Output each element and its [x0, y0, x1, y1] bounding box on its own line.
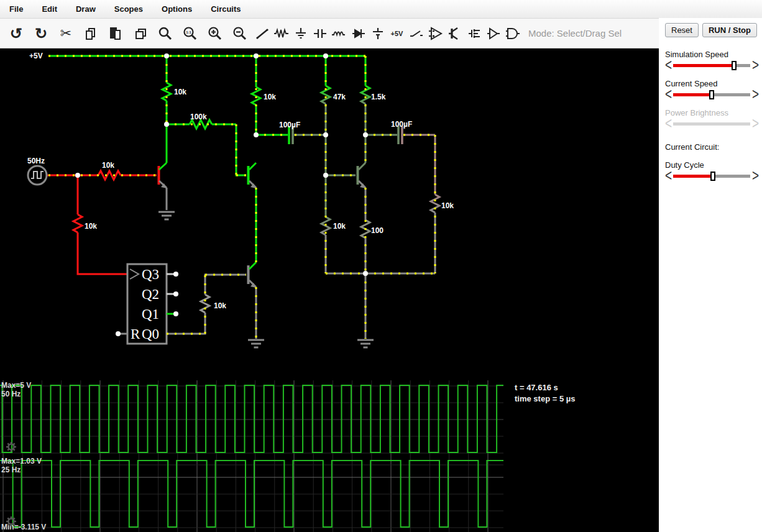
menu-circuits[interactable]: Circuits	[201, 0, 250, 18]
paste-icon	[108, 26, 123, 41]
slider-right-arrow-icon[interactable]: >	[752, 60, 758, 71]
scope1-settings-gear-icon[interactable]	[6, 442, 16, 452]
menu-options[interactable]: Options	[152, 0, 201, 18]
add-capacitor-button[interactable]	[310, 23, 329, 44]
ground-1[interactable]	[158, 212, 175, 219]
resistor-r5-100k[interactable]	[167, 120, 246, 175]
power-brightness-slider: < >	[665, 119, 758, 129]
copy-button[interactable]	[78, 23, 103, 44]
resistor-icon	[273, 26, 290, 41]
mosfet-icon	[467, 26, 482, 41]
scope-waveforms	[0, 385, 503, 527]
slider-right-arrow-icon[interactable]: >	[752, 89, 758, 101]
add-inverter-button[interactable]	[484, 23, 503, 44]
add-opamp-button[interactable]	[426, 23, 445, 44]
undo-button[interactable]: ↺	[4, 23, 29, 44]
r2-label: 10k	[264, 93, 276, 101]
menu-draw[interactable]: Draw	[67, 0, 105, 18]
slider-handle[interactable]	[710, 172, 715, 181]
counter-chip[interactable]: Q3 Q2 Q1 Q0 R	[120, 264, 175, 344]
menu-bar: File Edit Draw Scopes Options Circuits	[0, 0, 762, 19]
q0-drive[interactable]	[167, 275, 246, 334]
add-mosfet-button[interactable]	[464, 23, 484, 44]
r11-label: 10k	[85, 222, 97, 231]
scope-1[interactable]: Max=5 V 50 Hz	[1, 381, 31, 452]
zoom-100-button[interactable]: 1:1	[178, 23, 203, 44]
output-load[interactable]	[431, 135, 439, 273]
duty-cycle-slider[interactable]: < >	[665, 171, 758, 181]
wire-icon	[255, 26, 270, 41]
current-circuit-label: Current Circuit:	[665, 142, 762, 152]
add-5v-button[interactable]: +5V	[387, 23, 406, 44]
cap1-label: 100µF	[279, 121, 300, 129]
search-icon	[158, 26, 173, 41]
bias-network[interactable]	[321, 135, 356, 273]
add-diode-button[interactable]	[349, 23, 368, 44]
voltage-source-icon	[370, 26, 385, 41]
zoom-out-button[interactable]	[227, 23, 252, 44]
slider-handle[interactable]	[709, 90, 714, 99]
square-wave-source[interactable]	[28, 166, 47, 185]
slider-left-arrow-icon[interactable]: <	[665, 170, 671, 182]
add-voltage-source-button[interactable]	[368, 23, 387, 44]
diode-icon	[351, 26, 366, 41]
scope2-settings-gear-icon[interactable]	[6, 516, 16, 526]
r9-label: 100	[371, 226, 383, 235]
capacitor-cap2[interactable]	[365, 126, 435, 144]
slider-left-arrow-icon[interactable]: <	[665, 89, 671, 101]
zoom-in-icon	[208, 26, 223, 41]
resistor-r7[interactable]	[201, 295, 209, 313]
add-transistor-button[interactable]	[445, 23, 464, 44]
add-ground-button[interactable]	[291, 23, 310, 44]
paste-button[interactable]	[103, 23, 128, 44]
transistor-q2[interactable]	[247, 163, 257, 262]
duty-cycle-label: Duty Cycle	[665, 160, 762, 170]
toolbar: ↺ ↻ ✂ 1:1 +5V Mode: Select/Drag Sel	[0, 19, 659, 48]
add-logic-gate-button[interactable]	[503, 23, 522, 44]
zoom-in-button[interactable]	[203, 23, 227, 44]
transistor-q1[interactable]	[158, 124, 167, 210]
search-button[interactable]	[153, 23, 178, 44]
bottom-rail[interactable]	[326, 273, 435, 339]
menu-edit[interactable]: Edit	[32, 0, 67, 18]
slider-track[interactable]	[673, 175, 750, 178]
circuit-svg[interactable]: Q3 Q2 Q1 Q0 R	[0, 48, 659, 532]
simulation-speed-slider[interactable]: < >	[665, 60, 758, 70]
plus-5v-icon: +5V	[391, 30, 403, 37]
current-speed-slider[interactable]: < >	[665, 89, 758, 99]
transistor-q3[interactable]	[357, 163, 366, 188]
add-wire-button[interactable]	[252, 23, 272, 44]
chip-output-q3: Q3	[142, 267, 159, 282]
cut-button[interactable]: ✂	[53, 23, 78, 44]
redo-button[interactable]: ↻	[29, 23, 53, 44]
duplicate-button[interactable]	[128, 23, 153, 44]
resistor-r10[interactable]	[98, 171, 121, 180]
add-switch-button[interactable]	[406, 23, 426, 44]
resistor-r8[interactable]	[431, 195, 439, 213]
circuit-canvas[interactable]: Q3 Q2 Q1 Q0 R	[0, 48, 659, 532]
input-network[interactable]	[47, 171, 157, 274]
slider-track[interactable]	[673, 64, 750, 67]
square-wave-glyph	[31, 172, 44, 178]
ground-2[interactable]	[248, 340, 264, 347]
slider-track[interactable]	[673, 93, 750, 96]
r3-label: 47k	[333, 93, 346, 101]
resistor-r11[interactable]	[73, 214, 82, 232]
menu-scopes[interactable]: Scopes	[105, 0, 152, 18]
switch-icon	[409, 26, 424, 41]
scope2-max-label: Max=1.03 V	[1, 457, 42, 466]
menu-file[interactable]: File	[0, 0, 32, 18]
reset-button[interactable]: Reset	[665, 23, 699, 37]
run-stop-button[interactable]: RUN / Stop	[702, 23, 757, 37]
slider-left-arrow-icon[interactable]: <	[665, 60, 671, 71]
duplicate-icon	[133, 26, 148, 41]
r4-label: 1.5k	[371, 93, 386, 101]
add-resistor-button[interactable]	[272, 23, 291, 44]
transistor-q4[interactable]	[247, 262, 257, 339]
add-inductor-button[interactable]	[329, 23, 349, 44]
slider-right-arrow-icon[interactable]: >	[752, 170, 758, 182]
junction-dots	[75, 53, 368, 336]
slider-handle[interactable]	[732, 61, 737, 70]
ground-3[interactable]	[357, 340, 374, 347]
time-step-label: time step = 5 µs	[515, 394, 575, 403]
